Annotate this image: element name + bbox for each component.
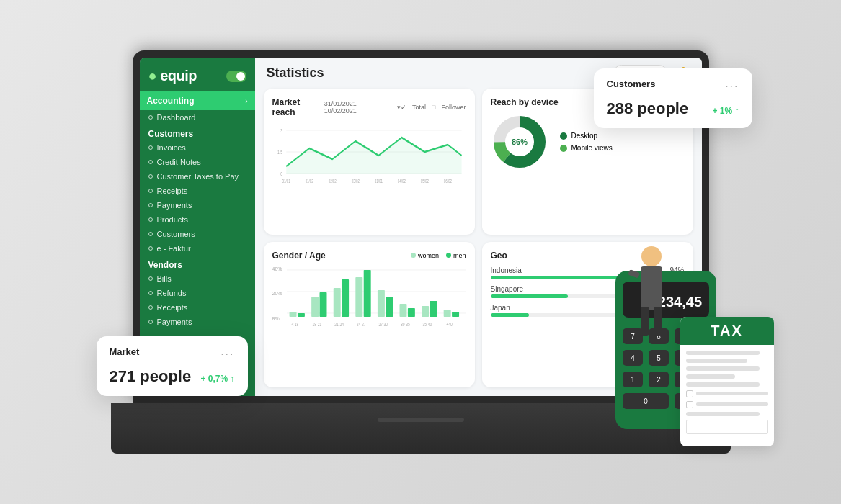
svg-rect-36 bbox=[443, 310, 450, 317]
svg-rect-27 bbox=[342, 279, 349, 317]
market-reach-card: Market reach 31/01/2021 – 10/02/2021 ▾ ✓… bbox=[264, 89, 475, 235]
svg-text:30-35: 30-35 bbox=[400, 322, 409, 327]
women-legend-dot bbox=[411, 253, 416, 258]
sidebar-item-refunds[interactable]: Refunds bbox=[140, 286, 255, 300]
invoices-label: Invoices bbox=[157, 143, 186, 152]
tax-line-2 bbox=[686, 359, 748, 363]
svg-text:31/01: 31/01 bbox=[374, 179, 382, 184]
svg-text:02/02: 02/02 bbox=[328, 179, 336, 184]
market-card-dots[interactable]: ··· bbox=[221, 348, 234, 361]
men-legend-item: men bbox=[446, 252, 466, 259]
sidebar-item-bills[interactable]: Bills bbox=[140, 271, 255, 286]
sidebar-item-dashboard[interactable]: Dashboard bbox=[140, 110, 255, 125]
singapore-bar bbox=[491, 294, 569, 298]
products-label: Products bbox=[157, 215, 188, 224]
sidebar-section-vendors: Vendors bbox=[140, 256, 255, 271]
svg-text:1,5: 1,5 bbox=[277, 149, 282, 155]
customers-card-header: Customers ··· bbox=[607, 78, 739, 94]
sidebar-item-invoices[interactable]: Invoices bbox=[140, 140, 255, 155]
geo-title: Geo bbox=[491, 251, 507, 261]
gender-age-chart: 40% 20% 8% bbox=[272, 266, 466, 331]
bills-label: Bills bbox=[157, 274, 172, 283]
sidebar-item-receipts[interactable]: Receipts bbox=[140, 184, 255, 198]
svg-text:18-21: 18-21 bbox=[312, 322, 321, 327]
tax-line-1 bbox=[686, 351, 760, 355]
sidebar-category-accounting[interactable]: Accounting › bbox=[140, 91, 255, 110]
svg-rect-28 bbox=[355, 277, 362, 317]
reach-by-device-title: Reach by device bbox=[491, 97, 559, 107]
sidebar-item-payments-v[interactable]: Payments bbox=[140, 315, 255, 329]
desktop-legend-dot bbox=[560, 132, 567, 140]
dashboard-label: Dashboard bbox=[157, 113, 196, 122]
desktop-legend-label: Desktop bbox=[571, 132, 598, 140]
svg-rect-26 bbox=[333, 288, 340, 317]
checkbox-line-1 bbox=[696, 392, 768, 395]
market-card-change: + 0,7% ↑ bbox=[200, 374, 234, 384]
payments-label: Payments bbox=[157, 201, 192, 210]
mobile-legend-item: Mobile views bbox=[560, 144, 613, 152]
svg-rect-34 bbox=[422, 306, 429, 317]
app-logo: ● equip bbox=[148, 68, 197, 84]
receipts-v-dot bbox=[148, 305, 153, 310]
customers-card-dots[interactable]: ··· bbox=[725, 80, 739, 93]
market-card-title: Market bbox=[110, 346, 140, 357]
svg-rect-30 bbox=[377, 290, 384, 317]
market-reach-title: Market reach bbox=[272, 97, 324, 117]
device-legend: Desktop Mobile views bbox=[560, 132, 613, 152]
refunds-label: Refunds bbox=[157, 289, 187, 297]
svg-text:7: 7 bbox=[631, 333, 635, 341]
svg-text:4: 4 bbox=[631, 354, 635, 362]
customer-taxes-dot bbox=[148, 174, 153, 179]
gender-age-header: Gender / Age women men bbox=[272, 251, 466, 261]
tax-document: TAX bbox=[680, 317, 774, 446]
refunds-dot bbox=[148, 291, 153, 295]
men-legend-label: men bbox=[453, 252, 466, 259]
sidebar-item-receipts-v[interactable]: Receipts bbox=[140, 300, 255, 315]
invoices-dot bbox=[148, 145, 153, 150]
market-reach-header: Market reach 31/01/2021 – 10/02/2021 ▾ ✓… bbox=[272, 97, 466, 117]
sidebar-item-efaktur[interactable]: e - Faktur bbox=[140, 241, 255, 256]
market-card-row: 271 people + 0,7% ↑ bbox=[110, 367, 235, 386]
svg-rect-23 bbox=[297, 313, 304, 317]
tax-line-4 bbox=[686, 374, 735, 379]
sidebar-logo: ● equip bbox=[140, 58, 255, 91]
toggle-button[interactable] bbox=[226, 71, 246, 82]
svg-text:1: 1 bbox=[631, 376, 635, 384]
tax-line-5 bbox=[686, 382, 760, 387]
women-legend-item: women bbox=[411, 252, 439, 259]
svg-text:05/02: 05/02 bbox=[420, 179, 428, 184]
japan-bar bbox=[491, 313, 530, 317]
market-card-value: 271 people bbox=[110, 367, 192, 386]
svg-text:35-40: 35-40 bbox=[422, 322, 432, 327]
checkbox-line-2 bbox=[696, 402, 768, 406]
svg-rect-33 bbox=[407, 308, 414, 317]
sidebar-item-products[interactable]: Products bbox=[140, 212, 255, 227]
svg-text:31/01: 31/01 bbox=[282, 179, 290, 184]
tax-doc-header: TAX bbox=[680, 317, 774, 345]
receipts-dot bbox=[148, 189, 153, 193]
men-legend-dot bbox=[446, 253, 451, 258]
sidebar-item-credit-notes[interactable]: Credit Notes bbox=[140, 155, 255, 169]
sidebar-item-customer-taxes[interactable]: Customer Taxes to Pay bbox=[140, 169, 255, 184]
tax-line-3 bbox=[686, 366, 760, 371]
svg-text:21-24: 21-24 bbox=[334, 322, 344, 327]
sidebar-item-payments[interactable]: Payments bbox=[140, 198, 255, 212]
svg-text:< 18: < 18 bbox=[291, 322, 298, 327]
svg-text:27-30: 27-30 bbox=[378, 322, 388, 327]
svg-rect-32 bbox=[399, 304, 406, 317]
svg-rect-31 bbox=[386, 297, 393, 317]
customer-taxes-label: Customer Taxes to Pay bbox=[157, 172, 239, 181]
svg-text:03/02: 03/02 bbox=[351, 179, 359, 184]
category-label: Accounting bbox=[147, 96, 195, 106]
sidebar-item-customers[interactable]: Customers bbox=[140, 227, 255, 241]
sidebar-section-customers: Customers bbox=[140, 125, 255, 140]
svg-rect-22 bbox=[289, 312, 296, 317]
svg-text:04/02: 04/02 bbox=[397, 179, 405, 184]
bills-dot bbox=[148, 276, 153, 281]
svg-text:5: 5 bbox=[657, 354, 661, 362]
svg-text:06/02: 06/02 bbox=[443, 179, 451, 184]
customers-card-value: 288 people bbox=[607, 99, 689, 118]
credit-notes-label: Credit Notes bbox=[157, 158, 201, 166]
customers-label: Customers bbox=[157, 230, 195, 238]
credit-notes-dot bbox=[148, 160, 153, 164]
